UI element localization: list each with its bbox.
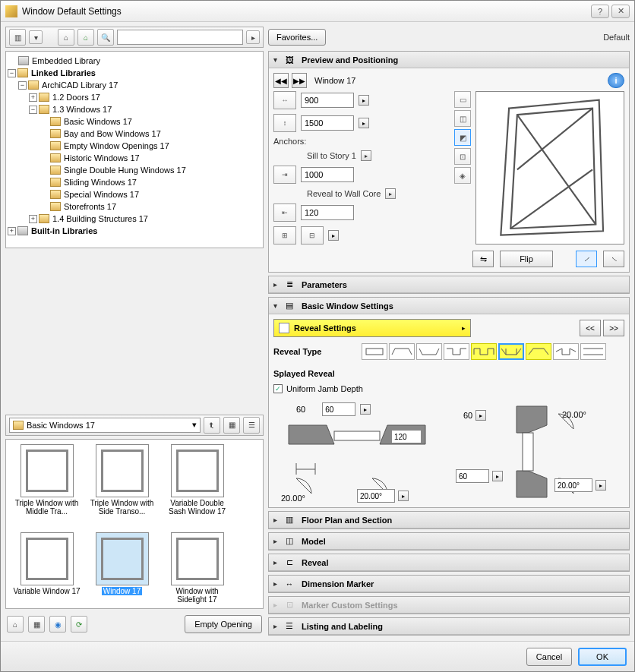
up-folder-button[interactable]: ⮬ <box>204 417 220 434</box>
tree-node-doors[interactable]: +1.2 Doors 17 <box>8 91 261 103</box>
lib-parts-icon[interactable]: ▦ <box>28 616 45 633</box>
plan-angle-input[interactable] <box>357 489 395 503</box>
tree-node-building-struct[interactable]: +1.4 Building Structures 17 <box>8 213 261 225</box>
favorites-button[interactable]: Favorites... <box>268 29 326 46</box>
panel-dimension-header[interactable]: ▸ ↔ Dimension Marker <box>269 576 629 592</box>
collapse-icon[interactable]: − <box>8 69 16 77</box>
tree-node-linked[interactable]: −Linked Libraries <box>8 67 261 79</box>
mirror-icon[interactable]: ⇋ <box>472 251 494 267</box>
reveal-type-7[interactable] <box>526 343 551 360</box>
tree-node-bay[interactable]: Bay and Bow Windows 17 <box>8 128 261 140</box>
tree-node-special[interactable]: Special Windows 17 <box>8 188 261 200</box>
reveal-type-1[interactable] <box>362 343 387 360</box>
plan-60-stepper[interactable]: ▸ <box>360 404 371 415</box>
cancel-button[interactable]: Cancel <box>526 648 572 666</box>
preview-canvas[interactable] <box>475 91 624 245</box>
panel-basic-header[interactable]: ▾ ▤ Basic Window Settings <box>269 298 629 314</box>
thumb-variable[interactable]: Variable Window 17 <box>11 532 83 610</box>
height-stepper[interactable]: ▸ <box>359 118 369 128</box>
tree-node-empty[interactable]: Empty Window Openings 17 <box>8 140 261 152</box>
reveal-type-9[interactable] <box>580 343 606 360</box>
ok-button[interactable]: OK <box>578 648 627 666</box>
expand-icon[interactable]: + <box>29 93 37 102</box>
nav-first-button[interactable]: ◀◀ <box>273 73 289 88</box>
reveal-type-8[interactable] <box>553 343 579 360</box>
sill-input[interactable] <box>301 167 354 182</box>
pv-hidden-icon[interactable]: ◫ <box>454 110 471 127</box>
plan-input-60[interactable] <box>322 402 355 416</box>
reveal-input[interactable] <box>301 205 354 220</box>
refresh-icon[interactable]: ⟳ <box>71 616 87 633</box>
right-scroll[interactable]: ▾ 🖼 Preview and Positioning ◀◀ ▶▶ Window… <box>268 51 630 636</box>
browser-path[interactable]: Basic Windows 17 ▾ <box>9 418 201 433</box>
filter-chair-icon[interactable]: ⌂ <box>58 29 74 46</box>
panel-parameters-header[interactable]: ▸ ≣ Parameters <box>269 276 629 293</box>
reveal-menu[interactable]: ▸ <box>385 188 396 199</box>
view-dropdown[interactable]: ▾ <box>29 30 43 44</box>
thumb-triple-side[interactable]: Triple Window with Side Transo... <box>86 444 158 528</box>
reveal-anchor-icon[interactable]: ⇤ <box>273 203 296 222</box>
reveal-type-3[interactable] <box>416 343 442 360</box>
chevron-down-icon[interactable]: ▾ <box>192 420 197 430</box>
panel-marker-custom-header[interactable]: ▸ ⊡ Marker Custom Settings <box>269 597 629 614</box>
sill-anchor-icon[interactable]: ⇥ <box>273 166 296 184</box>
pv-shaded-icon[interactable]: ◩ <box>454 129 471 146</box>
tree-node-builtin[interactable]: +Built-in Libraries <box>8 225 261 237</box>
tree-node-basic[interactable]: Basic Windows 17 <box>8 115 261 128</box>
option-menu[interactable]: ▸ <box>328 230 339 241</box>
view-list-button[interactable]: ☰ <box>243 417 260 434</box>
orient-left-icon[interactable]: ⟋ <box>576 251 597 267</box>
lib-manager-icon[interactable]: ⌂ <box>7 616 24 633</box>
library-browser[interactable]: Triple Window with Middle Tra... Triple … <box>5 439 264 610</box>
sect-input-60d[interactable] <box>456 469 489 483</box>
panel-listing-header[interactable]: ▸ ☰ Listing and Labeling <box>269 618 629 635</box>
reveal-type-5[interactable] <box>471 343 497 360</box>
option2-icon[interactable]: ⊟ <box>301 226 324 245</box>
sect-60-stepper[interactable]: ▸ <box>475 410 486 421</box>
width-icon[interactable]: ↔ <box>273 91 296 109</box>
filter-chair-green-icon[interactable]: ⌂ <box>77 29 94 46</box>
nav-last-button[interactable]: ▶▶ <box>292 73 307 88</box>
sill-menu[interactable]: ▸ <box>361 150 371 161</box>
view-large-button[interactable]: ▦ <box>223 417 240 434</box>
plan-input-120[interactable] <box>391 430 422 443</box>
uniform-jamb-checkbox[interactable]: ✓ Uniform Jamb Depth <box>273 384 624 393</box>
panel-preview-header[interactable]: ▾ 🖼 Preview and Positioning <box>269 52 629 68</box>
plan-angle-stepper[interactable]: ▸ <box>398 491 409 501</box>
library-tree[interactable]: Embedded Library −Linked Libraries −Arch… <box>5 51 264 248</box>
expand-icon[interactable]: + <box>29 215 37 223</box>
orient-right-icon[interactable]: ⟍ <box>603 251 624 267</box>
reveal-prev-button[interactable]: << <box>580 320 601 336</box>
thumb-sidelight[interactable]: Window with Sidelight 17 <box>161 532 233 610</box>
search-input[interactable] <box>117 30 243 45</box>
expand-icon[interactable]: + <box>8 227 16 235</box>
sect-angle-d-stepper[interactable]: ▸ <box>596 480 606 491</box>
close-button[interactable]: ✕ <box>611 5 630 18</box>
collapse-icon[interactable]: − <box>29 106 37 114</box>
pv-wireframe-icon[interactable]: ▭ <box>454 91 471 108</box>
sect-angle-input-d[interactable] <box>554 478 592 492</box>
reveal-settings-dropdown[interactable]: Reveal Settings ▸ <box>273 319 471 337</box>
pv-floor-icon[interactable]: ⊡ <box>454 148 471 165</box>
info-button[interactable]: i <box>608 73 624 88</box>
collapse-icon[interactable]: − <box>18 81 27 90</box>
width-input[interactable] <box>301 93 354 108</box>
thumb-variable-double[interactable]: Variable Double Sash Window 17 <box>161 444 233 528</box>
width-stepper[interactable]: ▸ <box>359 95 369 106</box>
panel-reveal-header[interactable]: ▸ ⊏ Reveal <box>269 554 629 571</box>
search-icon[interactable]: 🔍 <box>97 29 114 46</box>
search-go-button[interactable]: ▸ <box>246 30 260 44</box>
panel-model-header[interactable]: ▸ ◫ Model <box>269 533 629 550</box>
empty-opening-button[interactable]: Empty Opening <box>185 615 262 633</box>
reveal-type-6-selected[interactable] <box>498 343 524 360</box>
height-input[interactable] <box>301 115 354 131</box>
tree-node-embedded[interactable]: Embedded Library <box>8 55 261 67</box>
thumb-window17[interactable]: Window 17 <box>86 532 158 610</box>
pv-3d-icon[interactable]: ◈ <box>454 167 471 184</box>
flip-button[interactable]: Flip <box>500 251 553 267</box>
help-button[interactable]: ? <box>591 5 609 18</box>
tree-node-windows[interactable]: −1.3 Windows 17 <box>8 103 261 115</box>
reveal-type-2[interactable] <box>389 343 415 360</box>
panel-floorplan-header[interactable]: ▸ ▥ Floor Plan and Section <box>269 512 629 528</box>
view-mode-button[interactable]: ▥ <box>9 29 26 46</box>
